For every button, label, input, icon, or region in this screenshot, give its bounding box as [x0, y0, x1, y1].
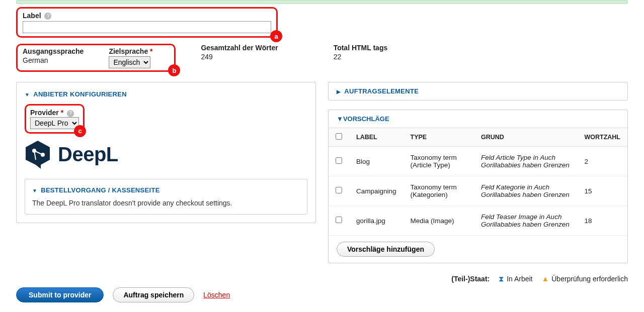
htmltags-value: 22 [334, 53, 394, 61]
target-lang-label: Zielsprache * [109, 47, 169, 55]
row-checkbox[interactable] [336, 217, 342, 223]
suggestions-table: LABEL TYPE GRUND WORTZAHL BlogTaxonomy t… [329, 128, 627, 236]
job-items-title: AUFTRAGSELEMENTE [344, 87, 419, 95]
row-label: Campaigning [349, 176, 404, 206]
table-row: BlogTaxonomy term (Article Type)Feld Art… [329, 147, 627, 176]
help-icon[interactable]: ? [44, 13, 51, 20]
submit-button[interactable]: Submit to provider [16, 287, 104, 302]
table-row: gorilla.jpgMedia (Image)Feld Teaser Imag… [329, 206, 627, 236]
annotation-b: b [168, 64, 180, 76]
help-icon[interactable]: ? [67, 110, 74, 117]
wordcount-value: 249 [201, 53, 278, 61]
suggestions-panel: ▼VORSCHLÄGE LABEL TYPE GRUND WORTZAHL Bl… [328, 110, 628, 263]
checkout-panel: ▼BESTELLVORGANG / KASSENSEITE The DeepL … [25, 179, 307, 215]
row-label: Blog [349, 147, 404, 176]
source-lang-value: German [23, 56, 84, 64]
status-in-progress: In Arbeit [507, 275, 532, 283]
svg-marker-0 [26, 141, 50, 169]
language-highlight-box: Ausgangssprache German Zielsprache * Eng… [16, 44, 176, 72]
row-wordcount: 15 [577, 176, 627, 206]
provider-highlight-box: Provider * ? DeepL Pro c [25, 104, 85, 133]
row-reason: Feld Teaser Image in Auch Gorillababies … [474, 206, 577, 236]
row-label: gorilla.jpg [349, 206, 404, 236]
status-label: (Teil-)Staat: [451, 275, 490, 283]
label-field-label: Label [23, 12, 41, 20]
row-type: Media (Image) [404, 206, 474, 236]
status-banner [16, 0, 628, 4]
annotation-c: c [74, 125, 86, 137]
col-type: TYPE [404, 128, 474, 147]
suggestions-title[interactable]: ▼VORSCHLÄGE [329, 110, 627, 128]
table-row: CampaigningTaxonomy term (Kategorien)Fel… [329, 176, 627, 206]
col-wordcount: WORTZAHL [577, 128, 627, 147]
source-lang-label: Ausgangssprache [23, 47, 84, 55]
target-lang-select[interactable]: Englisch [109, 56, 150, 68]
configure-provider-panel: ▼ANBIETER KONFIGURIEREN Provider * ? Dee… [16, 82, 316, 223]
provider-label: Provider [30, 109, 59, 117]
deepl-text: DeepL [58, 143, 118, 166]
htmltags-label: Total HTML tags [334, 44, 394, 52]
info-row: Ausgangssprache German Zielsprache * Eng… [16, 44, 628, 72]
job-items-panel[interactable]: ▶AUFTRAGSELEMENTE [328, 82, 628, 100]
hourglass-icon: ⧗ [499, 274, 504, 283]
annotation-a: a [270, 30, 282, 42]
action-row: Submit to provider Auftrag speichern Lös… [16, 287, 628, 302]
add-suggestions-button[interactable]: Vorschläge hinzufügen [337, 242, 435, 257]
status-row: (Teil-)Staat: ⧗In Arbeit ▲Überprüfung er… [16, 274, 628, 283]
col-reason: GRUND [474, 128, 577, 147]
deepl-icon [25, 140, 51, 170]
row-checkbox[interactable] [336, 157, 342, 164]
row-wordcount: 18 [577, 206, 627, 236]
save-button[interactable]: Auftrag speichern [113, 287, 194, 302]
chevron-down-icon: ▼ [337, 115, 343, 123]
chevron-right-icon: ▶ [337, 89, 341, 94]
provider-select[interactable]: DeepL Pro [30, 117, 79, 129]
chevron-down-icon: ▼ [25, 92, 30, 97]
label-input[interactable] [23, 21, 271, 33]
wordcount-label: Gesamtzahl der Wörter [201, 44, 278, 52]
select-all-checkbox[interactable] [336, 133, 342, 140]
delete-link[interactable]: Löschen [203, 291, 230, 299]
row-wordcount: 2 [577, 147, 627, 176]
row-type: Taxonomy term (Article Type) [404, 147, 474, 176]
configure-provider-title[interactable]: ▼ANBIETER KONFIGURIEREN [25, 90, 307, 98]
row-reason: Feld Kategorie in Auch Gorillababies hab… [474, 176, 577, 206]
chevron-down-icon: ▼ [32, 188, 37, 193]
checkout-title[interactable]: ▼BESTELLVORGANG / KASSENSEITE [32, 186, 300, 194]
row-type: Taxonomy term (Kategorien) [404, 176, 474, 206]
row-reason: Feld Article Type in Auch Gorillababies … [474, 147, 577, 176]
deepl-logo: DeepL [25, 140, 307, 170]
label-highlight-box: Label ? a [16, 7, 278, 38]
row-checkbox[interactable] [336, 187, 342, 193]
col-label: LABEL [349, 128, 404, 147]
warning-icon: ▲ [541, 274, 549, 283]
status-review: Überprüfung erforderlich [551, 275, 628, 283]
checkout-body: The DeepL Pro translator doesn't provide… [32, 199, 300, 207]
